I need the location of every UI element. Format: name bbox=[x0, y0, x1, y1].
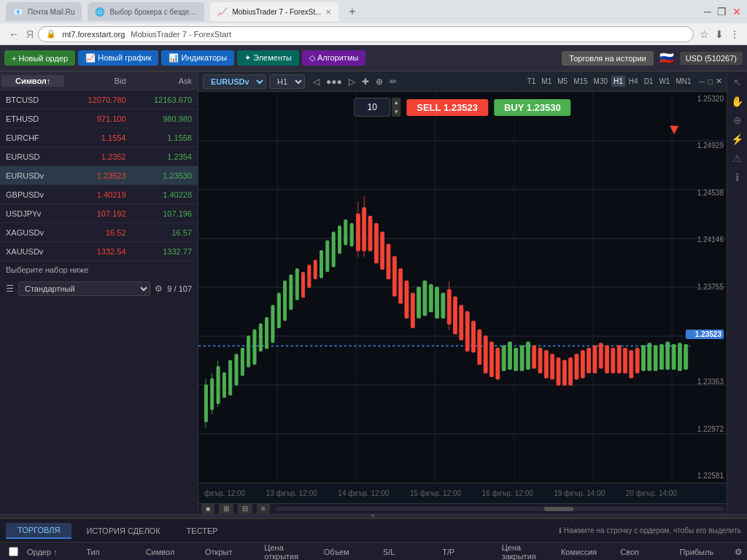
lot-up-button[interactable]: ▲ bbox=[392, 98, 400, 107]
svg-rect-94 bbox=[654, 346, 657, 370]
menu-icon[interactable]: ⋮ bbox=[728, 27, 741, 42]
set-gear-icon[interactable]: ⚙ bbox=[155, 284, 163, 294]
tf-btn-m15[interactable]: M15 bbox=[571, 76, 589, 87]
tf-btn-m1[interactable]: M1 bbox=[539, 76, 554, 87]
tf-btn-mn1[interactable]: MN1 bbox=[673, 76, 693, 87]
rt-hand-btn[interactable]: ✋ bbox=[729, 93, 746, 109]
tf-btn-w1[interactable]: W1 bbox=[657, 76, 672, 87]
scrollbar-thumb[interactable] bbox=[544, 507, 573, 511]
algorithms-button[interactable]: ◇ Алгоритмы bbox=[302, 50, 365, 66]
chart-minimize-btn[interactable]: ─ bbox=[700, 77, 705, 86]
toolbar-right: Торговля на истории 🇷🇺 USD (510267) bbox=[562, 51, 743, 66]
scroll-view-btn3[interactable]: ⊟ bbox=[238, 503, 252, 514]
tf-btn-t1[interactable]: T1 bbox=[525, 76, 538, 87]
elements-button[interactable]: ✦ Элементы bbox=[237, 50, 299, 66]
symbol-row[interactable]: EURUSDv 1.23523 1.23530 bbox=[0, 166, 198, 185]
new-tab-button[interactable]: + bbox=[344, 5, 360, 18]
rt-cursor-btn[interactable]: ↖ bbox=[731, 74, 744, 90]
sym-name: XAGUSDv bbox=[0, 228, 66, 237]
symbol-col-header[interactable]: Символ↑ bbox=[1, 75, 64, 87]
tf-btn-h1[interactable]: H1 bbox=[611, 76, 625, 87]
symbol-row[interactable]: EURUSD 1.2352 1.2354 bbox=[0, 147, 198, 166]
svg-rect-47 bbox=[374, 224, 378, 263]
svg-rect-72 bbox=[520, 346, 524, 370]
chart-pause-icon[interactable]: ●●● bbox=[324, 76, 344, 88]
address-box[interactable]: 🔒 mt7.forexstart.org MobiusTrader 7 - Fo… bbox=[38, 26, 694, 42]
chart-left-icon[interactable]: ◁ bbox=[311, 76, 322, 88]
sym-name: EURUSDv bbox=[0, 171, 66, 180]
tf-btn-h4[interactable]: H4 bbox=[627, 76, 640, 87]
chart-body: ▲ ▼ SELL 1.23523 BUY 1.23530 ▼ bbox=[198, 92, 727, 483]
page-title-text: MobiusTrader 7 - ForexStart bbox=[131, 30, 231, 39]
chart-right-icon[interactable]: ▷ bbox=[347, 76, 357, 88]
tab-history[interactable]: ИСТОРИЯ СДЕЛОК bbox=[74, 524, 171, 538]
symbol-row[interactable]: GBPUSDv 1.40219 1.40228 bbox=[0, 185, 198, 204]
tab-tester[interactable]: ТЕСТЕР bbox=[175, 524, 230, 538]
bookmark-icon[interactable]: ☆ bbox=[698, 27, 711, 42]
symbol-row[interactable]: ETHUSD 971.100 980.980 bbox=[0, 109, 198, 128]
tab-trading[interactable]: ТОРГОВЛЯ bbox=[6, 523, 71, 539]
download-icon[interactable]: ⬇ bbox=[713, 27, 725, 42]
rt-zoom-btn[interactable]: ⊕ bbox=[731, 112, 744, 128]
buy-price: 1.23530 bbox=[527, 102, 561, 113]
back-button[interactable]: ← bbox=[6, 27, 22, 42]
orders-table-header: Ордер ↑ТипСимволОткрытЦена открытияОбъем… bbox=[0, 542, 747, 560]
price-1: 1.25320 bbox=[686, 95, 724, 103]
chart-scrollbar[interactable]: ■ ⊞ ⊟ ≡ bbox=[198, 503, 727, 513]
scrollbar-track[interactable] bbox=[276, 507, 724, 511]
chart-maximize-btn[interactable]: □ bbox=[708, 77, 713, 86]
new-order-button[interactable]: + Новый ордер bbox=[4, 50, 75, 66]
sym-bid: 1.40219 bbox=[66, 190, 132, 199]
indicators-button[interactable]: 📊 Индикаторы bbox=[161, 50, 234, 66]
set-menu-icon: ☰ bbox=[6, 284, 14, 294]
browser-tab-mt7[interactable]: 📈 MobiusTrader 7 - ForexSt... ✕ bbox=[210, 2, 338, 21]
tf-btn-m30[interactable]: M30 bbox=[592, 76, 610, 87]
buy-button[interactable]: BUY 1.23530 bbox=[494, 99, 571, 116]
sym-ask: 1.23530 bbox=[132, 171, 198, 180]
svg-rect-40 bbox=[344, 220, 347, 245]
browser-tab-broker[interactable]: 🌐 Выбор брокера с бездепо... bbox=[88, 2, 204, 21]
symbol-footer: Выберите набор ниже bbox=[0, 261, 198, 279]
rt-line-btn[interactable]: ⚡ bbox=[729, 131, 746, 147]
svg-rect-93 bbox=[648, 343, 651, 370]
pair-select[interactable]: EURUSDv bbox=[203, 74, 266, 89]
chart-plus-icon[interactable]: ✚ bbox=[360, 76, 371, 88]
scroll-view-btn2[interactable]: ⊞ bbox=[219, 503, 233, 514]
rt-info-btn[interactable]: ℹ bbox=[733, 169, 741, 185]
chart-area: EURUSDv H1 ◁ ●●● ▷ ✚ ⊕ ✏ T1M1M5M15M30H1H… bbox=[198, 71, 727, 513]
svg-rect-25 bbox=[253, 330, 256, 365]
set-select-dropdown[interactable]: Стандартный bbox=[18, 281, 150, 296]
scroll-view-btn4[interactable]: ≡ bbox=[257, 503, 270, 514]
svg-rect-38 bbox=[332, 233, 335, 267]
chart-pen-icon[interactable]: ✏ bbox=[387, 76, 399, 88]
symbol-row[interactable]: USDJPYv 107.192 107.196 bbox=[0, 204, 198, 223]
symbol-row[interactable]: XAGUSDv 16.52 16.57 bbox=[0, 223, 198, 242]
tf-btn-d1[interactable]: D1 bbox=[642, 76, 656, 87]
sell-button[interactable]: SELL 1.23523 bbox=[406, 99, 488, 116]
symbol-row[interactable]: XAUUSDv 1332.54 1332.77 bbox=[0, 242, 198, 261]
symbol-row[interactable]: EURCHF 1.1554 1.1558 bbox=[0, 128, 198, 147]
tf-select[interactable]: H1 bbox=[269, 74, 305, 89]
sym-bid: 1.2352 bbox=[66, 152, 132, 161]
browser-restore[interactable]: ❐ bbox=[717, 6, 727, 18]
set-count: 9 / 107 bbox=[167, 284, 192, 293]
chart-cross-icon[interactable]: ⊕ bbox=[374, 76, 385, 88]
orders-settings-icon[interactable]: ⚙ bbox=[735, 547, 743, 557]
symbol-row[interactable]: BTCUSD 12070.780 12163.670 bbox=[0, 90, 198, 109]
account-balance: USD (510267) bbox=[680, 52, 743, 65]
svg-rect-63 bbox=[465, 312, 469, 351]
browser-minimize[interactable]: ─ bbox=[704, 6, 711, 18]
new-chart-button[interactable]: 📈 Новый график bbox=[78, 50, 158, 66]
browser-tab-mail[interactable]: 📧 Почта Mail.Ru bbox=[6, 2, 82, 21]
history-trade-button[interactable]: Торговля на истории bbox=[562, 51, 653, 66]
scroll-view-btn1[interactable]: ■ bbox=[201, 503, 214, 514]
rt-text-btn[interactable]: ⚠ bbox=[730, 150, 744, 166]
tab-close-btn[interactable]: ✕ bbox=[325, 8, 331, 16]
chart-close-btn[interactable]: ✕ bbox=[716, 77, 722, 86]
lot-input[interactable] bbox=[354, 98, 390, 117]
lot-down-button[interactable]: ▼ bbox=[392, 107, 400, 117]
browser-close[interactable]: ✕ bbox=[732, 6, 741, 18]
svg-rect-21 bbox=[229, 361, 232, 395]
orders-select-all[interactable] bbox=[9, 547, 18, 556]
tf-btn-m5[interactable]: M5 bbox=[555, 76, 570, 87]
